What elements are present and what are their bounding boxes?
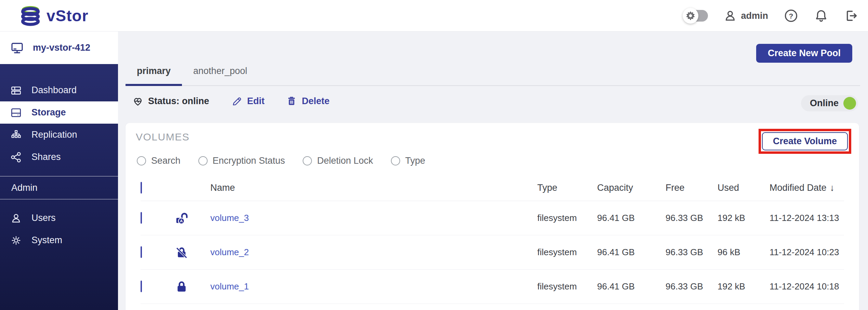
replication-icon [10, 129, 22, 141]
pool-status-row: Status: online Edit [132, 95, 330, 107]
cell-used: 192 kB [718, 213, 770, 223]
sidebar-item-replication[interactable]: Replication [0, 124, 118, 146]
volumes-title: VOLUMES [136, 131, 189, 143]
row-checkbox[interactable] [141, 246, 142, 258]
status-text: Status: online [148, 96, 209, 107]
cell-modified: 11-12-2024 10:23 [770, 247, 844, 258]
user-icon [724, 9, 737, 22]
sidebar-item-label: Storage [31, 107, 66, 118]
create-volume-button[interactable]: Create Volume [762, 132, 848, 150]
sidebar-item-label: Dashboard [31, 85, 77, 96]
sidebar-item-label: Users [31, 213, 56, 223]
edit-label: Edit [247, 96, 265, 107]
row-checkbox[interactable] [141, 212, 142, 224]
trash-icon [286, 96, 297, 107]
cell-used: 192 kB [718, 281, 770, 292]
user-menu[interactable]: admin [724, 9, 768, 22]
cell-capacity: 96.41 GB [597, 281, 666, 292]
lock-locked-icon [165, 279, 199, 294]
cell-capacity: 96.41 GB [597, 247, 666, 258]
column-header-name: Name [199, 183, 537, 193]
cell-type: filesystem [537, 247, 597, 258]
cell-free: 96.33 GB [666, 247, 718, 258]
online-green-dot [843, 97, 856, 110]
table-row: A volume_3 filesystem 96.41 GB 96.33 GB … [141, 201, 844, 235]
radio-icon[interactable] [198, 156, 208, 165]
sidebar-item-label: Shares [31, 152, 61, 162]
filter-deletion-lock[interactable]: Deletion Lock [303, 156, 373, 166]
filter-label: Type [405, 156, 425, 166]
dashboard-icon [10, 85, 22, 96]
sidebar-item-shares[interactable]: Shares [0, 146, 118, 168]
filter-label: Search [151, 156, 181, 166]
logout-icon[interactable] [844, 9, 858, 23]
users-icon [10, 212, 22, 224]
pool-tabs: primary another_pool [126, 58, 860, 86]
radio-icon[interactable] [391, 156, 400, 165]
username-label: admin [741, 11, 768, 21]
sidebar-item-label: System [31, 235, 62, 246]
row-checkbox[interactable] [141, 281, 142, 292]
online-label: Online [810, 98, 839, 109]
volume-link[interactable]: volume_3 [210, 213, 249, 223]
volume-link[interactable]: volume_2 [210, 247, 249, 257]
radio-icon[interactable] [303, 156, 312, 165]
edit-pool-button[interactable]: Edit [231, 96, 265, 107]
sidebar-item-system[interactable]: System [0, 229, 118, 251]
column-header-type: Type [537, 183, 597, 193]
vstor-app: vStor admin [0, 0, 868, 310]
cell-modified: 11-12-2024 13:13 [770, 213, 844, 223]
sidebar-item-dashboard[interactable]: Dashboard [0, 79, 118, 101]
table-header-row: Name Type Capacity Free Used Modified Da… [141, 175, 844, 201]
pencil-icon [231, 96, 242, 107]
host-selector: my-vstor-412 [0, 32, 118, 64]
cell-free: 96.33 GB [666, 213, 718, 223]
filter-search[interactable]: Search [137, 156, 181, 166]
storage-icon [10, 107, 22, 119]
cell-free: 96.33 GB [666, 281, 718, 292]
admin-section-label: Admin [0, 176, 118, 199]
filter-encryption-status[interactable]: Encryption Status [198, 156, 285, 166]
select-all-checkbox[interactable] [141, 182, 142, 194]
sort-desc-icon: ↓ [830, 183, 835, 193]
cell-type: filesystem [537, 213, 597, 223]
volume-filters: Search Encryption Status Deletion Lock T… [137, 156, 425, 166]
table-row: volume_1 filesystem 96.41 GB 96.33 GB 19… [141, 270, 844, 304]
host-name: my-vstor-412 [33, 42, 90, 53]
filter-label: Deletion Lock [317, 156, 373, 166]
svg-text:?: ? [789, 12, 793, 20]
vstor-logo: vStor [19, 4, 89, 27]
delete-label: Delete [302, 96, 330, 107]
radio-icon[interactable] [137, 156, 146, 165]
cell-used: 96 kB [718, 247, 770, 258]
gear-icon [10, 235, 22, 246]
lock-disabled-icon [165, 245, 199, 260]
tab-another-pool[interactable]: another_pool [182, 58, 259, 85]
notifications-bell-icon[interactable] [814, 9, 828, 23]
delete-pool-button[interactable]: Delete [286, 96, 330, 107]
column-header-free: Free [666, 183, 718, 193]
light-mode-sun-icon [683, 8, 698, 24]
column-header-capacity: Capacity [597, 183, 666, 193]
cell-capacity: 96.41 GB [597, 213, 666, 223]
share-icon [10, 151, 22, 163]
column-header-modified-date[interactable]: Modified Date ↓ [770, 183, 844, 193]
health-heart-icon [132, 95, 144, 107]
lock-open-auto-icon: A [165, 211, 199, 226]
logo-text: vStor [47, 7, 89, 25]
filter-label: Encryption Status [213, 156, 285, 166]
sidebar-item-users[interactable]: Users [0, 207, 118, 229]
main-content: Create New Pool primary another_pool Sta… [118, 32, 868, 310]
cell-modified: 11-12-2024 10:18 [770, 281, 844, 292]
filter-type[interactable]: Type [391, 156, 425, 166]
top-bar: vStor admin [0, 0, 868, 32]
theme-toggle[interactable] [687, 10, 708, 22]
cell-type: filesystem [537, 281, 597, 292]
annotation-highlight: Create Volume [759, 129, 851, 154]
sidebar-item-storage[interactable]: Storage [0, 101, 118, 124]
volume-link[interactable]: volume_1 [210, 281, 249, 292]
help-button[interactable]: ? [784, 9, 798, 23]
tab-primary[interactable]: primary [126, 58, 182, 85]
volumes-card: VOLUMES Create Volume Search Encryption … [126, 123, 859, 310]
volumes-table: Name Type Capacity Free Used Modified Da… [141, 175, 844, 304]
